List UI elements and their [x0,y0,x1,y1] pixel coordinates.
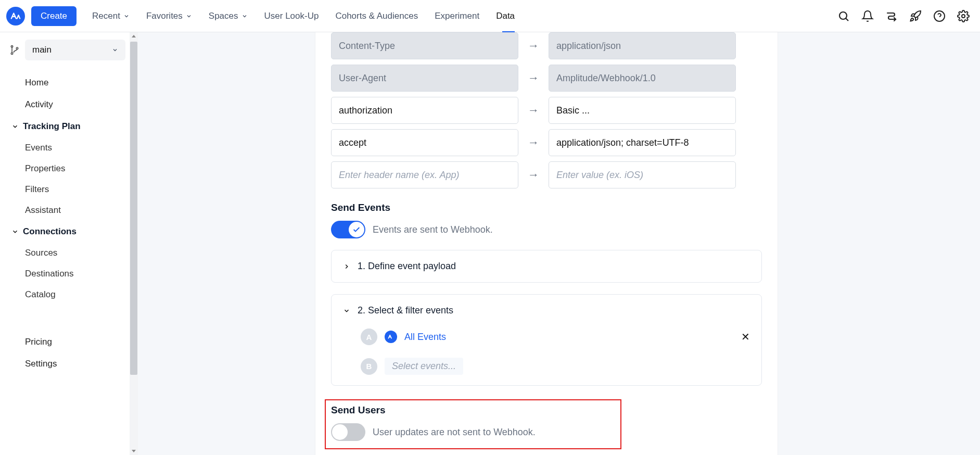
select-filter-card: 2. Select & filter events A All Events ✕… [331,294,762,386]
nav-label: User Look-Up [264,11,319,21]
chevron-down-icon [112,47,118,53]
nav-label: Experiment [435,11,479,21]
branch-name: main [32,45,52,55]
check-icon [352,225,361,234]
scroll-down-icon[interactable] [131,448,137,454]
all-events-link[interactable]: All Events [404,332,446,343]
sidebar-item-properties[interactable]: Properties [9,158,138,179]
chevron-down-icon [241,13,248,19]
header-row: → [331,65,762,92]
header-value-input [549,65,736,92]
sidebar: main Home Activity Tracking Plan Events … [0,32,138,455]
svg-point-6 [11,53,12,54]
amplitude-icon [385,331,397,343]
scrollbar-thumb[interactable] [130,42,137,375]
svg-line-1 [846,18,848,21]
send-users-highlight: Send Users User updates are not sent to … [325,399,621,449]
svg-point-4 [962,15,965,18]
sidebar-scrollbar[interactable] [130,32,138,455]
rocket-icon[interactable] [909,10,922,22]
git-branch-icon [9,45,20,55]
filter-badge-b: B [361,358,377,375]
nav-spaces[interactable]: Spaces [202,7,254,26]
nav-cohorts[interactable]: Cohorts & Audiences [329,7,424,26]
remove-filter-button[interactable]: ✕ [741,331,750,343]
sidebar-item-settings[interactable]: Settings [9,353,138,375]
arrow-right-icon: → [528,136,539,149]
toggle-knob [349,222,364,237]
sidebar-group-connections[interactable]: Connections [9,221,138,243]
create-button[interactable]: Create [31,6,77,26]
svg-marker-9 [132,450,136,452]
header-value-input[interactable] [549,97,736,124]
nav-recent[interactable]: Recent [86,7,136,26]
header-key-input[interactable] [331,161,518,188]
card-title: 2. Select & filter events [358,305,453,316]
group-label: Connections [23,226,77,237]
svg-marker-8 [132,35,136,37]
toggle-knob [332,424,348,440]
chevron-down-icon [123,13,130,19]
sidebar-item-home[interactable]: Home [9,72,138,94]
header-key-input[interactable] [331,129,518,156]
filter-row-a: A All Events ✕ [343,328,750,345]
help-icon[interactable] [933,10,946,22]
select-filter-header[interactable]: 2. Select & filter events [343,305,750,316]
bell-icon[interactable] [861,10,874,22]
define-payload-card: 1. Define event payload [331,250,762,283]
branch-select[interactable]: main [25,40,125,60]
chevron-down-icon [343,307,350,314]
send-users-toggle-label: User updates are not sent to Webhook. [373,427,536,438]
sidebar-item-filters[interactable]: Filters [9,179,138,200]
nav-label: Cohorts & Audiences [335,11,418,21]
sidebar-item-catalog[interactable]: Catalog [9,284,138,305]
arrow-right-icon: → [528,39,539,53]
nav-label: Spaces [209,11,238,21]
nav-user-lookup[interactable]: User Look-Up [258,7,325,26]
sidebar-group-tracking-plan[interactable]: Tracking Plan [9,116,138,137]
group-label: Tracking Plan [23,121,81,132]
header-row: → [331,97,762,124]
scroll-up-icon[interactable] [131,33,137,40]
header-row: → [331,129,762,156]
nav-items: Recent Favorites Spaces User Look-Up Coh… [86,7,521,26]
svg-point-5 [11,46,12,47]
send-users-toggle-row: User updates are not sent to Webhook. [331,423,614,441]
nav-experiment[interactable]: Experiment [428,7,486,26]
route-icon[interactable] [885,10,898,22]
nav-data[interactable]: Data [490,7,521,26]
top-nav: Create Recent Favorites Spaces User Look… [0,0,980,32]
app-logo[interactable] [6,7,25,26]
header-row: → [331,32,762,59]
header-key-input[interactable] [331,97,518,124]
main-content: → → → → → [138,32,980,455]
header-row: → [331,161,762,188]
sidebar-item-events[interactable]: Events [9,137,138,158]
header-value-input[interactable] [549,129,736,156]
header-value-input [549,32,736,59]
define-payload-header[interactable]: 1. Define event payload [343,261,750,272]
select-events-button[interactable]: Select events... [385,358,463,375]
arrow-right-icon: → [528,71,539,85]
filter-row-b: B Select events... [343,358,750,375]
topnav-icons [837,10,970,22]
sidebar-item-assistant[interactable]: Assistant [9,200,138,221]
send-events-toggle[interactable] [331,221,365,238]
sidebar-item-destinations[interactable]: Destinations [9,263,138,284]
header-value-input[interactable] [549,161,736,188]
nav-label: Recent [92,11,120,21]
nav-favorites[interactable]: Favorites [140,7,198,26]
arrow-right-icon: → [528,168,539,182]
search-icon[interactable] [837,10,850,22]
send-events-toggle-label: Events are sent to Webhook. [373,224,493,235]
sidebar-item-activity[interactable]: Activity [9,94,138,116]
gear-icon[interactable] [957,10,970,22]
nav-label: Data [496,11,515,21]
send-users-toggle[interactable] [331,423,365,441]
sidebar-item-pricing[interactable]: Pricing [9,331,138,353]
send-users-title: Send Users [331,405,614,416]
arrow-right-icon: → [528,104,539,117]
svg-point-0 [839,12,847,19]
sidebar-item-sources[interactable]: Sources [9,243,138,263]
chevron-down-icon [11,123,19,130]
